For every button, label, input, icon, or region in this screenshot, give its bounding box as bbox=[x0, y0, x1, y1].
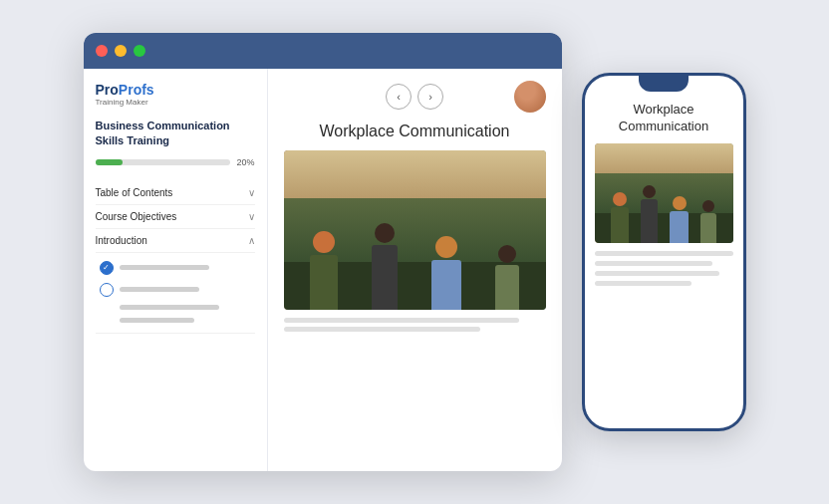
subitem-label-3 bbox=[120, 305, 219, 310]
avatar-image bbox=[514, 81, 546, 113]
subitem-2[interactable] bbox=[100, 279, 255, 301]
person-2 bbox=[372, 223, 398, 310]
person-3 bbox=[431, 236, 461, 310]
main-header: ‹ › bbox=[284, 81, 546, 113]
sidebar: ProProfs Training Maker Business Communi… bbox=[84, 69, 268, 471]
phone-line-4 bbox=[595, 281, 691, 286]
chevron-down-icon: ∨ bbox=[248, 187, 255, 198]
progress-area: 20% bbox=[96, 157, 255, 167]
slide-people bbox=[284, 182, 546, 310]
phone-line-2 bbox=[595, 261, 712, 266]
avatar[interactable] bbox=[514, 81, 546, 113]
progress-label: 20% bbox=[236, 157, 254, 167]
slide-lines bbox=[284, 318, 546, 332]
sidebar-item-toc-label: Table of Contents bbox=[96, 187, 173, 198]
subitem-label-4 bbox=[120, 318, 194, 323]
minimize-button[interactable] bbox=[115, 45, 127, 57]
phone-line-1 bbox=[595, 251, 733, 256]
unchecked-icon bbox=[100, 283, 114, 297]
logo: ProProfs Training Maker bbox=[96, 83, 154, 107]
browser-titlebar bbox=[84, 33, 562, 69]
subitem-label-2 bbox=[120, 287, 199, 292]
browser-window: ProProfs Training Maker Business Communi… bbox=[84, 33, 562, 471]
main-content: ‹ › Workplace Communication bbox=[268, 69, 562, 471]
close-button[interactable] bbox=[96, 45, 108, 57]
phone-person-3 bbox=[670, 196, 689, 243]
chevron-up-icon: ∧ bbox=[248, 235, 255, 246]
progress-bar-background bbox=[96, 159, 231, 165]
chevron-down-icon-2: ∨ bbox=[248, 211, 255, 222]
phone-person-1 bbox=[611, 192, 629, 243]
scene: ProProfs Training Maker Business Communi… bbox=[0, 0, 829, 504]
maximize-button[interactable] bbox=[134, 45, 145, 57]
logo-pro: Pro bbox=[96, 82, 119, 98]
phone-notch bbox=[639, 76, 689, 92]
person-1 bbox=[310, 231, 338, 310]
phone-device: Workplace Communication bbox=[582, 73, 746, 431]
phone-content: Workplace Communication bbox=[585, 92, 743, 428]
phone-person-4 bbox=[700, 200, 716, 243]
subitem-3 bbox=[100, 301, 255, 314]
person-4 bbox=[495, 245, 519, 310]
sidebar-item-intro[interactable]: Introduction ∧ bbox=[96, 229, 255, 253]
slide-line-2 bbox=[284, 327, 480, 332]
slide-title: Workplace Communication bbox=[284, 123, 546, 140]
phone-slide-title: Workplace Communication bbox=[595, 102, 733, 135]
logo-area: ProProfs Training Maker bbox=[96, 83, 255, 107]
logo-profs: Profs bbox=[119, 82, 154, 98]
phone-slide-lines bbox=[595, 251, 733, 286]
slide-image bbox=[284, 150, 546, 310]
sidebar-item-objectives-label: Course Objectives bbox=[96, 211, 177, 222]
phone-people bbox=[595, 163, 733, 243]
logo-subtitle: Training Maker bbox=[96, 98, 154, 107]
phone-slide-image bbox=[595, 143, 733, 243]
nav-back-button[interactable]: ‹ bbox=[386, 84, 412, 110]
subitem-1[interactable] bbox=[100, 257, 255, 279]
subitem-label-1 bbox=[120, 265, 209, 270]
phone-person-2 bbox=[641, 185, 658, 243]
sidebar-item-toc[interactable]: Table of Contents ∨ bbox=[96, 181, 255, 205]
checked-icon bbox=[100, 261, 114, 275]
slide-line-1 bbox=[284, 318, 520, 323]
nav-arrows: ‹ › bbox=[386, 84, 443, 110]
course-title: Business Communication Skills Training bbox=[96, 119, 255, 147]
browser-content: ProProfs Training Maker Business Communi… bbox=[84, 69, 562, 471]
progress-bar-fill bbox=[96, 159, 123, 165]
nav-forward-button[interactable]: › bbox=[417, 84, 443, 110]
intro-subitems bbox=[96, 253, 255, 334]
sidebar-item-objectives[interactable]: Course Objectives ∨ bbox=[96, 205, 255, 229]
subitem-4 bbox=[100, 314, 255, 327]
phone-line-3 bbox=[595, 271, 719, 276]
sidebar-item-intro-label: Introduction bbox=[96, 235, 147, 246]
